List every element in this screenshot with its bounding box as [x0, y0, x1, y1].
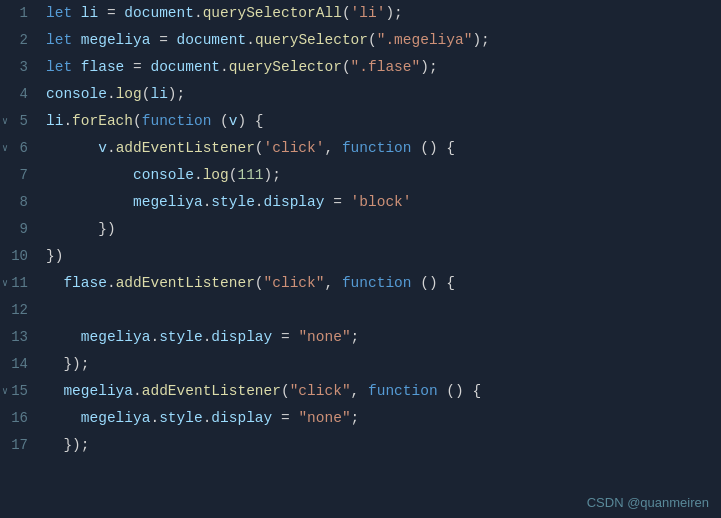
code-content-5: li.forEach(function (v) {	[42, 108, 721, 135]
code-line-12: 12	[0, 297, 721, 324]
line-number-10: 10	[0, 243, 42, 270]
line-number-13: 13	[0, 324, 42, 351]
line-number-7: 7	[0, 162, 42, 189]
code-line-14: 14 });	[0, 351, 721, 378]
code-content-10: })	[42, 243, 721, 270]
line-number-6: ∨6	[0, 135, 42, 162]
code-content-7: console.log(111);	[42, 162, 721, 189]
code-line-16: 16 megeliya.style.display = "none";	[0, 405, 721, 432]
code-editor: 1 let li = document.querySelectorAll('li…	[0, 0, 721, 518]
code-line-10: 10 })	[0, 243, 721, 270]
code-line-1: 1 let li = document.querySelectorAll('li…	[0, 0, 721, 27]
code-line-9: 9 })	[0, 216, 721, 243]
code-content-4: console.log(li);	[42, 81, 721, 108]
code-line-8: 8 megeliya.style.display = 'block'	[0, 189, 721, 216]
line-number-3: 3	[0, 54, 42, 81]
line-number-16: 16	[0, 405, 42, 432]
line-number-15: ∨15	[0, 378, 42, 405]
code-content-3: let flase = document.querySelector(".fla…	[42, 54, 721, 81]
line-number-4: 4	[0, 81, 42, 108]
line-number-1: 1	[0, 0, 42, 27]
code-line-7: 7 console.log(111);	[0, 162, 721, 189]
code-line-15: ∨15 megeliya.addEventListener("click", f…	[0, 378, 721, 405]
code-content-12	[42, 297, 721, 324]
code-line-4: 4 console.log(li);	[0, 81, 721, 108]
code-line-6: ∨6 v.addEventListener('click', function …	[0, 135, 721, 162]
code-content-2: let megeliya = document.querySelector(".…	[42, 27, 721, 54]
code-content-17: });	[42, 432, 721, 459]
code-line-2: 2 let megeliya = document.querySelector(…	[0, 27, 721, 54]
line-number-12: 12	[0, 297, 42, 324]
code-content-11: flase.addEventListener("click", function…	[42, 270, 721, 297]
code-content-1: let li = document.querySelectorAll('li')…	[42, 0, 721, 27]
code-content-8: megeliya.style.display = 'block'	[42, 189, 721, 216]
code-content-16: megeliya.style.display = "none";	[42, 405, 721, 432]
code-line-5: ∨5 li.forEach(function (v) {	[0, 108, 721, 135]
line-number-17: 17	[0, 432, 42, 459]
code-line-11: ∨11 flase.addEventListener("click", func…	[0, 270, 721, 297]
line-number-9: 9	[0, 216, 42, 243]
code-content-13: megeliya.style.display = "none";	[42, 324, 721, 351]
code-content-6: v.addEventListener('click', function () …	[42, 135, 721, 162]
code-content-9: })	[42, 216, 721, 243]
code-line-3: 3 let flase = document.querySelector(".f…	[0, 54, 721, 81]
watermark: CSDN @quanmeiren	[587, 495, 709, 510]
code-content-15: megeliya.addEventListener("click", funct…	[42, 378, 721, 405]
line-number-2: 2	[0, 27, 42, 54]
line-number-14: 14	[0, 351, 42, 378]
code-line-17: 17 });	[0, 432, 721, 459]
line-number-11: ∨11	[0, 270, 42, 297]
code-line-13: 13 megeliya.style.display = "none";	[0, 324, 721, 351]
code-content-14: });	[42, 351, 721, 378]
line-number-8: 8	[0, 189, 42, 216]
line-number-5: ∨5	[0, 108, 42, 135]
